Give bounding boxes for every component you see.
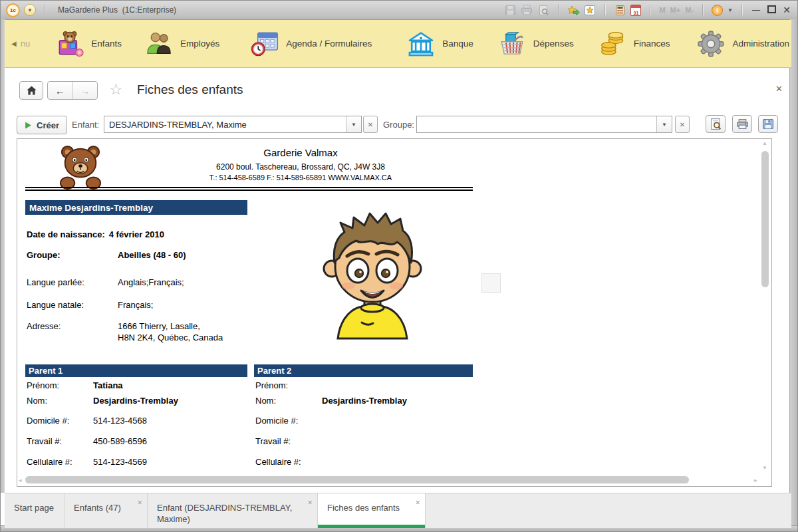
- titlebar[interactable]: 1c ▼ MaGarderie Plus (1C:Enterprise) 31 …: [1, 1, 798, 20]
- favorites-add-icon[interactable]: [584, 5, 596, 15]
- vertical-scrollbar[interactable]: ▲ ▼: [761, 140, 769, 485]
- tab-close-icon[interactable]: ✕: [137, 497, 142, 509]
- collapse-menu-button[interactable]: ◀ nu: [11, 39, 30, 49]
- section-enfants[interactable]: Enfants: [55, 29, 122, 59]
- travail-label: Travail #:: [255, 436, 322, 446]
- scroll-right-icon[interactable]: ▸: [754, 477, 757, 483]
- section-employes[interactable]: Employés: [144, 29, 219, 59]
- domicile-label: Domicile #:: [255, 416, 322, 426]
- gear-icon: [696, 29, 726, 59]
- tab-close-icon[interactable]: ✕: [307, 497, 313, 509]
- sections-ribbon: ◀ nu Enfants Employés Agenda / Formulair…: [5, 20, 791, 68]
- cellulaire-label: Cellulaire #:: [255, 457, 322, 467]
- section-banque[interactable]: Banque: [406, 29, 473, 59]
- parent1-header: Parent 1: [25, 364, 247, 377]
- bank-icon: [406, 29, 436, 59]
- 1c-app-icon[interactable]: 1c: [6, 3, 20, 17]
- groupe-value: Abeilles (48 - 60): [118, 250, 186, 260]
- dropdown-arrow-icon[interactable]: ▼: [656, 116, 672, 132]
- enfant-combobox[interactable]: DESJARDINS-TREMBLAY, Maxime ▼: [104, 116, 362, 133]
- separator: [741, 5, 742, 15]
- chevron-left-icon: ◀: [11, 40, 17, 47]
- domicile-label: Domicile #:: [27, 416, 93, 426]
- maximize-button[interactable]: [766, 5, 777, 15]
- child-photo: [313, 205, 432, 338]
- parent2-header: Parent 2: [254, 364, 473, 377]
- page-title: Fiches des enfants: [137, 82, 243, 97]
- window-title: MaGarderie Plus (1C:Enterprise): [58, 5, 176, 15]
- tab-enfant-card[interactable]: Enfant (DESJARDINS-TREMBLAY, Maxime) ✕: [148, 493, 318, 528]
- info-caret-icon[interactable]: ▼: [728, 7, 733, 13]
- vertical-scrollbar-thumb[interactable]: [761, 151, 769, 287]
- groupe-value[interactable]: [417, 116, 656, 132]
- info-icon[interactable]: i: [712, 5, 723, 16]
- system-menu-caret-icon[interactable]: ▼: [24, 4, 36, 16]
- favorite-star-icon[interactable]: ☆: [109, 80, 123, 98]
- separator: [44, 5, 45, 15]
- tab-close-icon[interactable]: ✕: [415, 497, 420, 509]
- people-icon: [144, 29, 174, 59]
- scroll-down-icon[interactable]: ▼: [762, 465, 767, 471]
- page-close-icon[interactable]: ✕: [775, 84, 783, 94]
- favorites-go-icon[interactable]: [567, 5, 579, 15]
- tab-fiches-des-enfants[interactable]: Fiches des enfants ✕: [318, 493, 426, 528]
- prenom-label: Prénom:: [27, 380, 93, 390]
- save-icon: [504, 5, 516, 15]
- horizontal-scrollbar[interactable]: ◂ ▸: [19, 475, 760, 484]
- dropdown-arrow-icon[interactable]: ▼: [346, 116, 361, 132]
- tab-enfants-list[interactable]: Enfants (47) ✕: [65, 493, 148, 528]
- enfant-label: Enfant:: [72, 120, 99, 130]
- groupe-clear-button[interactable]: ✕: [675, 116, 690, 133]
- save-button[interactable]: [758, 115, 778, 133]
- section-administration[interactable]: Administration: [696, 29, 789, 59]
- enfant-clear-button[interactable]: ✕: [363, 116, 378, 133]
- play-icon: [25, 122, 32, 129]
- print-icon: [521, 5, 533, 15]
- enfant-value[interactable]: DESJARDINS-TREMBLAY, Maxime: [104, 116, 346, 132]
- prenom-label: Prénom:: [255, 380, 322, 390]
- adresse-value: 1666 Thierry, Lasalle, H8N 2K4, Québec, …: [118, 321, 223, 342]
- open-windows-tabbar: Start page Enfants (47) ✕ Enfant (DESJAR…: [5, 493, 791, 528]
- groupe-label: Groupe:: [383, 120, 414, 130]
- adresse-label: Adresse:: [27, 321, 118, 342]
- create-button[interactable]: Créer: [17, 116, 67, 134]
- section-agenda[interactable]: Agenda / Formulaires: [250, 29, 372, 59]
- close-button[interactable]: ✕: [781, 5, 792, 15]
- cellulaire-label: Cellulaire #:: [27, 457, 93, 467]
- travail-label: Travail #:: [27, 436, 93, 446]
- save-icon: [763, 119, 773, 129]
- memory-m-minus-button: M-: [685, 6, 694, 14]
- preview-icon: [711, 118, 721, 130]
- window-frame-right: [789, 19, 797, 527]
- parent1-domicile: 514-123-4568: [93, 416, 147, 426]
- parent1-cellulaire: 514-123-4569: [93, 457, 147, 467]
- child-name-bar: Maxime Desjardins-Tremblay: [25, 200, 247, 215]
- home-button[interactable]: [19, 81, 43, 100]
- langue-natale-label: Langue natale:: [27, 300, 118, 310]
- groupe-combobox[interactable]: ▼: [416, 116, 672, 133]
- separator: [558, 5, 559, 15]
- parent2-nom: Desjardins-Tremblay: [322, 396, 407, 406]
- preview-button[interactable]: [706, 115, 726, 133]
- horizontal-scrollbar-thumb[interactable]: [25, 476, 689, 483]
- tab-start-page[interactable]: Start page: [5, 493, 65, 528]
- langue-parlee-row: Langue parlée: Anglais;Français;: [27, 277, 184, 287]
- scroll-left-icon[interactable]: ◂: [19, 477, 22, 483]
- org-contact: T.: 514-458-6589 F.: 514-589-65891 WWW.V…: [134, 174, 467, 182]
- print-button[interactable]: [732, 115, 752, 133]
- birth-row: Date de naissance: 4 février 2010: [27, 229, 164, 239]
- separator: [650, 5, 650, 15]
- minimize-button[interactable]: —: [751, 5, 761, 15]
- section-finances[interactable]: Finances: [598, 29, 670, 59]
- forward-button[interactable]: →: [73, 82, 98, 99]
- app-window: 1c ▼ MaGarderie Plus (1C:Enterprise) 31 …: [0, 0, 798, 532]
- langue-parlee-label: Langue parlée:: [27, 277, 118, 287]
- calculator-icon[interactable]: [614, 5, 626, 15]
- section-depenses[interactable]: Dépenses: [497, 29, 574, 59]
- calendar-icon[interactable]: 31: [630, 5, 641, 16]
- window-frame-left: [1, 19, 5, 493]
- birth-label: Date de naissance:: [27, 229, 105, 239]
- back-button[interactable]: ←: [48, 82, 73, 99]
- memory-m-plus-button: M+: [670, 6, 681, 14]
- scroll-up-icon[interactable]: ▲: [762, 140, 767, 146]
